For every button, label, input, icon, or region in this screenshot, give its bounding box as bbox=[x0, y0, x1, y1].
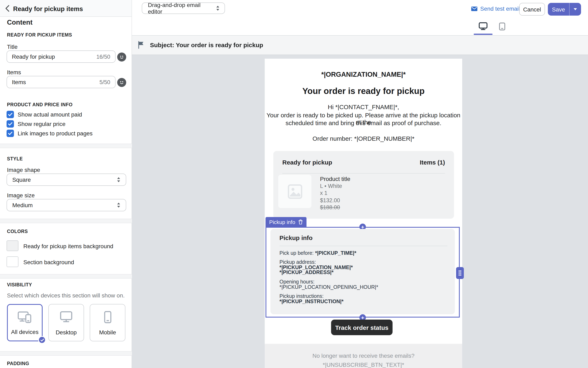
desktop-preview-toggle[interactable] bbox=[479, 22, 488, 32]
mobile-icon bbox=[499, 23, 505, 30]
send-test-email-label: Send test email bbox=[480, 5, 520, 12]
checkbox-link-images-to-product-pages[interactable]: Link images to product pages bbox=[7, 130, 93, 137]
top-toolbar: Drag-and-drop email editor Send test ema… bbox=[132, 0, 588, 35]
visibility-option-label: Mobile bbox=[90, 329, 125, 336]
pickup-address-label: Pickup address: bbox=[280, 259, 316, 265]
selected-section-tag[interactable]: Pickup info bbox=[265, 217, 306, 227]
visibility-description: Select which devices this section will s… bbox=[7, 292, 124, 299]
image-shape-label: Image shape bbox=[7, 166, 40, 173]
title-input[interactable]: Ready for pickup 16/50 bbox=[7, 50, 115, 63]
items-emoji-button[interactable] bbox=[117, 78, 126, 87]
items-count: Items (1) bbox=[420, 159, 445, 166]
content-heading: Content bbox=[7, 18, 33, 26]
pickup-info-section[interactable]: Pickup info Pick up before: *|PICKUP_TIM… bbox=[271, 229, 455, 314]
pickup-info-title: Pickup info bbox=[280, 234, 313, 241]
back-button[interactable] bbox=[5, 5, 9, 12]
drag-dots-icon bbox=[458, 270, 462, 276]
all-devices-icon bbox=[8, 311, 42, 324]
track-order-status-button[interactable]: Track order status bbox=[331, 320, 393, 335]
email-order-number: Order number: *|ORDER_NUMBER|* bbox=[265, 135, 462, 142]
product-title: Product title bbox=[320, 175, 350, 182]
product-compare-price: $188.00 bbox=[320, 204, 340, 211]
image-size-select[interactable]: Medium bbox=[7, 199, 126, 211]
product-price: $132.00 bbox=[320, 197, 340, 203]
items-field-label: Items bbox=[7, 69, 21, 75]
subject-line: Subject: Your order is ready for pickup bbox=[150, 41, 263, 48]
title-emoji-button[interactable] bbox=[117, 52, 126, 61]
chevron-left-icon bbox=[5, 5, 9, 12]
section-drag-handle[interactable] bbox=[456, 267, 464, 279]
editor-mode-select[interactable]: Drag-and-drop email editor bbox=[142, 2, 225, 14]
section-label-style: STYLE bbox=[7, 156, 23, 161]
save-button-group: Save bbox=[548, 3, 581, 16]
email-editor-app: Ready for pickup items Content READY FOR… bbox=[0, 0, 588, 368]
items-char-counter: 5/50 bbox=[99, 79, 110, 85]
visibility-option-label: All devices bbox=[8, 329, 42, 335]
section-divider bbox=[0, 219, 132, 223]
visibility-option-label: Desktop bbox=[49, 329, 84, 336]
title-input-value: Ready for pickup bbox=[12, 53, 96, 60]
visibility-option-desktop[interactable]: Desktop bbox=[48, 304, 84, 341]
color-swatch-label: Ready for pickup items background bbox=[23, 243, 113, 249]
desktop-icon bbox=[49, 311, 84, 323]
title-char-counter: 16/50 bbox=[96, 54, 110, 60]
divider bbox=[282, 173, 445, 174]
color-swatch-items-background[interactable] bbox=[7, 240, 18, 251]
image-size-value: Medium bbox=[12, 202, 117, 208]
email-headline: Your order is ready for pickup bbox=[265, 86, 462, 96]
email-body-line: scheduled time and bring this email as p… bbox=[265, 119, 462, 126]
smiley-icon bbox=[119, 79, 124, 85]
pickup-address-token: *|PICKUP_ADDRESS|* bbox=[280, 269, 333, 275]
editor-mode-value: Drag-and-drop email editor bbox=[148, 2, 216, 15]
image-shape-select[interactable]: Square bbox=[7, 174, 126, 186]
items-input-value: Items bbox=[12, 79, 99, 85]
checkbox-checked-icon bbox=[7, 120, 14, 128]
pickup-instructions-token: *|PICKUP_INSTRUCTION|* bbox=[280, 298, 343, 304]
visibility-option-all-devices[interactable]: All devices bbox=[7, 304, 43, 341]
section-label-product-price-info: PRODUCT AND PRICE INFO bbox=[7, 102, 72, 107]
send-test-email-link[interactable]: Send test email bbox=[471, 3, 520, 14]
checkbox-show-actual-amount-paid[interactable]: Show actual amount paid bbox=[7, 111, 82, 118]
section-label-padding: PADDING bbox=[7, 361, 29, 366]
opening-hours-label: Opening hours: bbox=[280, 279, 315, 285]
selected-section-label: Pickup info bbox=[269, 219, 295, 225]
items-card-title: Ready for pickup bbox=[282, 159, 332, 166]
checkbox-label: Show actual amount paid bbox=[18, 111, 82, 118]
color-swatch-section-background[interactable] bbox=[7, 257, 18, 267]
mobile-icon bbox=[90, 311, 125, 323]
pickup-time-token: *|PICKUP_TIME|* bbox=[315, 250, 357, 256]
checkbox-label: Show regular price bbox=[18, 121, 65, 127]
save-label: Save bbox=[552, 6, 565, 12]
checkbox-label: Link images to product pages bbox=[18, 130, 93, 137]
desktop-icon bbox=[479, 22, 488, 30]
smiley-icon bbox=[119, 54, 124, 60]
trash-icon[interactable] bbox=[298, 220, 303, 225]
section-label-visibility: VISIBILITY bbox=[7, 282, 32, 287]
select-caret-icon bbox=[216, 5, 220, 11]
footer-unsubscribe-question: No longer want to receive these emails? bbox=[265, 352, 462, 359]
checkbox-show-regular-price[interactable]: Show regular price bbox=[7, 120, 65, 128]
ready-for-pickup-items-section[interactable]: Ready for pickup Items (1) Product title… bbox=[273, 151, 454, 219]
section-divider bbox=[0, 274, 132, 279]
image-size-label: Image size bbox=[7, 192, 35, 199]
pickup-instructions-label: Pickup instructions: bbox=[280, 293, 324, 299]
envelope-icon bbox=[471, 6, 477, 11]
save-button[interactable]: Save bbox=[548, 3, 569, 16]
product-variant: L • White bbox=[320, 183, 342, 189]
color-swatch-label: Section background bbox=[23, 259, 74, 266]
save-dropdown-button[interactable] bbox=[569, 3, 581, 16]
visibility-option-mobile[interactable]: Mobile bbox=[90, 304, 125, 341]
selected-check-badge bbox=[38, 336, 46, 344]
chevron-down-icon bbox=[574, 8, 577, 10]
sidebar-header: Ready for pickup items bbox=[0, 0, 132, 17]
mobile-preview-toggle[interactable] bbox=[499, 23, 505, 32]
items-input[interactable]: Items 5/50 bbox=[7, 76, 115, 88]
product-image-placeholder bbox=[278, 175, 311, 208]
section-label-ready-for-pickup-items: READY FOR PICKUP ITEMS bbox=[7, 32, 72, 37]
title-field-label: Title bbox=[7, 44, 18, 50]
email-organization-name: *|ORGANIZATION_NAME|* bbox=[265, 71, 462, 78]
cancel-button[interactable]: Cancel bbox=[519, 3, 545, 16]
section-divider bbox=[0, 351, 132, 356]
footer-unsubscribe-token[interactable]: *|UNSUBSCRIBE_BTN_TEXT|* bbox=[265, 361, 462, 368]
checkbox-checked-icon bbox=[7, 111, 14, 118]
